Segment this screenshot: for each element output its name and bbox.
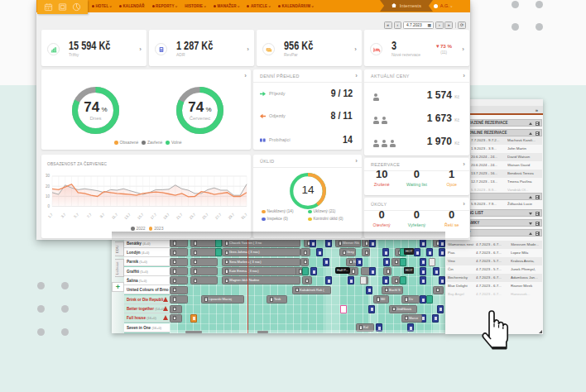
svg-text:0: 0 <box>47 204 50 208</box>
svg-text:21.7: 21.7 <box>175 212 184 220</box>
svg-text:15.7: 15.7 <box>137 212 145 220</box>
svg-text:30: 30 <box>46 174 50 178</box>
svg-text:17.7: 17.7 <box>150 212 158 220</box>
svg-text:5.7: 5.7 <box>73 212 79 218</box>
svg-text:25.7: 25.7 <box>201 212 209 220</box>
svg-text:23.7: 23.7 <box>189 212 197 220</box>
svg-text:9.7: 9.7 <box>99 212 106 218</box>
svg-text:29.7: 29.7 <box>228 212 236 220</box>
svg-text:11.7: 11.7 <box>111 212 119 220</box>
svg-text:7.7: 7.7 <box>86 212 93 218</box>
svg-text:27.7: 27.7 <box>214 212 223 220</box>
svg-text:20: 20 <box>46 184 50 189</box>
svg-text:31.7: 31.7 <box>240 212 248 220</box>
svg-text:19.7: 19.7 <box>162 212 171 220</box>
svg-text:1.7: 1.7 <box>47 212 54 218</box>
svg-text:13.7: 13.7 <box>123 212 132 220</box>
svg-text:3.7: 3.7 <box>60 212 67 218</box>
svg-text:10: 10 <box>46 194 50 198</box>
